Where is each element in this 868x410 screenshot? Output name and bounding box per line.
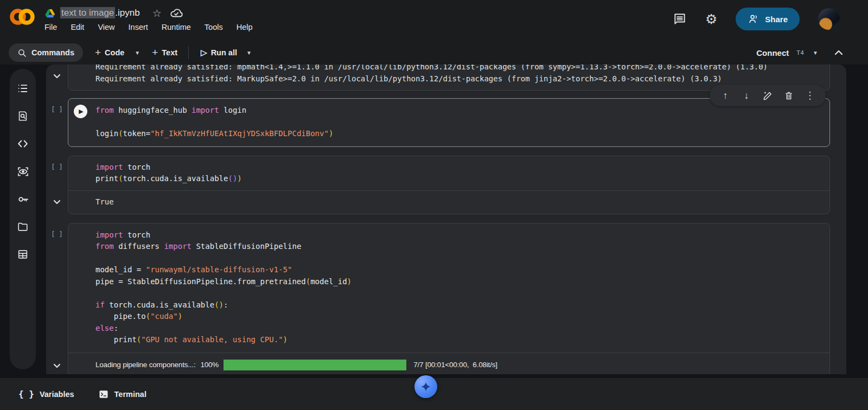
run-all-button[interactable]: ▷ Run all ▼ xyxy=(201,48,252,57)
terminal-icon xyxy=(98,389,109,400)
collapse-header-icon[interactable] xyxy=(834,50,843,55)
output-text: True xyxy=(95,196,821,208)
commands-button[interactable]: Commands xyxy=(9,43,83,62)
more-vert-icon[interactable]: ⋮ xyxy=(803,88,817,102)
terminal-label: Terminal xyxy=(114,390,146,399)
files-folder-icon[interactable] xyxy=(16,220,29,233)
run-all-icon: ▷ xyxy=(201,48,207,57)
share-label: Share xyxy=(765,15,788,24)
cloud-check-icon xyxy=(170,7,183,20)
chevron-down-icon[interactable]: ▼ xyxy=(813,50,818,56)
plus-icon: + xyxy=(95,47,101,59)
menu-view[interactable]: View xyxy=(98,23,114,31)
code-editor[interactable]: import torchfrom diffusers import Stable… xyxy=(68,223,829,353)
search-icon xyxy=(17,48,27,57)
code-snippets-icon[interactable] xyxy=(16,137,29,150)
share-button[interactable]: Share xyxy=(736,8,800,30)
header: text to image.ipynb ☆ File Edit View Ins… xyxy=(0,0,868,41)
execution-indicator[interactable]: [ ] xyxy=(51,106,63,113)
progress-bar xyxy=(224,360,406,370)
add-code-button[interactable]: + Code ▼ xyxy=(95,47,140,59)
execution-indicator[interactable]: [ ] xyxy=(51,230,63,238)
colab-logo[interactable] xyxy=(9,7,36,27)
connect-button[interactable]: Connect xyxy=(756,48,789,57)
drive-icon xyxy=(44,8,55,18)
pip-output-text: Requirement already satisfied: mpmath<1.… xyxy=(95,65,823,85)
menu-insert[interactable]: Insert xyxy=(129,23,148,31)
chevron-down-icon[interactable]: ▼ xyxy=(246,50,252,56)
braces-icon: { } xyxy=(18,389,34,399)
progress-counter: 7/7 [00:01<00:00, 6.08it/s] xyxy=(413,361,497,369)
progress-percent: 100% xyxy=(200,361,219,369)
code-cell-row: [ ] import torchfrom diffusers import St… xyxy=(46,223,846,375)
collapse-output-icon[interactable] xyxy=(53,71,61,81)
code-editor[interactable]: import torchprint(torch.cuda.is_availabl… xyxy=(68,156,829,190)
commands-label: Commands xyxy=(31,48,74,57)
terminal-button[interactable]: Terminal xyxy=(98,389,146,400)
run-all-label: Run all xyxy=(211,48,237,57)
notebook-title-selected[interactable]: text to image xyxy=(60,7,115,18)
code-cell-pipeline-load: import torchfrom diffusers import Stable… xyxy=(68,223,830,375)
gemini-spark-button[interactable] xyxy=(414,375,437,398)
cell-toolbar: ↑ ↓ ⋮ xyxy=(710,85,826,106)
notebook-title[interactable]: text to image.ipynb xyxy=(60,8,140,18)
run-cell-button[interactable]: ▶ xyxy=(74,105,87,118)
delete-cell-icon[interactable] xyxy=(782,88,796,102)
variables-button[interactable]: { } Variables xyxy=(18,389,74,399)
menu-tools[interactable]: Tools xyxy=(205,23,223,31)
code-cell-row: [ ] import torchprint(torch.cuda.is_avai… xyxy=(46,156,846,214)
notebook-main: Requirement already satisfied: mpmath<1.… xyxy=(0,65,868,374)
menu-file[interactable]: File xyxy=(44,23,57,31)
notebook-toolbar: Commands + Code ▼ + Text ▷ Run all ▼ Con… xyxy=(0,41,868,65)
comment-icon[interactable] xyxy=(673,12,687,26)
move-cell-down-icon[interactable]: ↓ xyxy=(739,88,754,102)
add-text-label: Text xyxy=(162,48,177,57)
menu-edit[interactable]: Edit xyxy=(71,23,84,31)
accelerator-badge: T4 xyxy=(796,49,804,56)
settings-gear-icon[interactable]: ⚙ xyxy=(705,12,717,26)
gemini-spark-icon xyxy=(420,381,432,393)
menu-runtime[interactable]: Runtime xyxy=(162,23,191,31)
execution-indicator[interactable]: [ ] xyxy=(51,163,63,171)
progress-bar-fill xyxy=(224,360,406,370)
toolbar-divider xyxy=(188,46,189,59)
table-of-contents-icon[interactable] xyxy=(16,82,29,95)
add-code-label: Code xyxy=(105,48,124,57)
code-editor[interactable]: from huggingface_hub import login login(… xyxy=(68,99,829,146)
add-text-button[interactable]: + Text xyxy=(152,47,177,59)
eye-scan-icon[interactable] xyxy=(16,165,29,178)
menubar: File Edit View Insert Runtime Tools Help xyxy=(44,23,253,31)
move-cell-up-icon[interactable]: ↑ xyxy=(718,88,732,102)
code-cell-cuda-check: import torchprint(torch.cuda.is_availabl… xyxy=(68,156,830,214)
collapse-output-icon[interactable] xyxy=(53,197,61,207)
chevron-down-icon[interactable]: ▼ xyxy=(135,50,140,56)
avatar[interactable] xyxy=(818,8,840,30)
plus-icon: + xyxy=(152,47,158,59)
variables-label: Variables xyxy=(40,390,74,399)
notebook-title-ext: .ipynb xyxy=(115,8,139,18)
find-replace-icon[interactable] xyxy=(16,110,29,123)
left-icon-rail xyxy=(10,69,36,369)
secrets-key-icon[interactable] xyxy=(16,193,29,206)
collapse-output-icon[interactable] xyxy=(53,361,61,370)
menu-help[interactable]: Help xyxy=(237,23,253,31)
notebook-panel: Requirement already satisfied: mpmath<1.… xyxy=(46,65,846,374)
ai-edit-icon[interactable] xyxy=(761,88,775,102)
cell-output: True xyxy=(68,191,829,214)
data-table-icon[interactable] xyxy=(16,248,29,261)
star-icon[interactable]: ☆ xyxy=(152,8,162,18)
tqdm-progress-output: Loading pipeline components...: 100% 7/7… xyxy=(68,353,829,375)
progress-label: Loading pipeline components...: xyxy=(95,361,195,369)
